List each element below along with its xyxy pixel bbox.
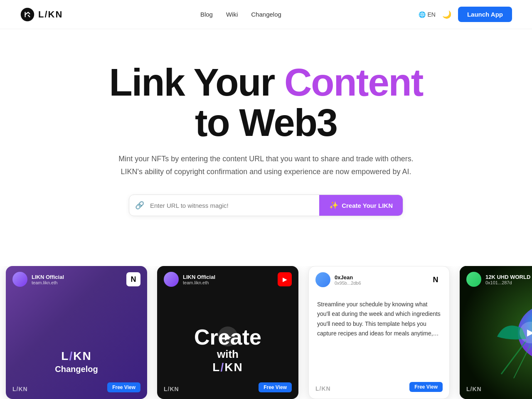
nav-blog[interactable]: Blog	[200, 11, 213, 18]
card-1-platform-icon: N	[126, 272, 140, 286]
card-3-user-info: 0xJean 0x95b...2db6	[335, 274, 361, 286]
hero-subtitle-line2: LIKN's ability of copyright confirmation…	[121, 167, 411, 176]
language-selector[interactable]: 🌐 EN	[419, 11, 435, 18]
card-1-content: L/KN Changelog	[6, 350, 147, 374]
card-3-platform-icon: N	[429, 273, 443, 287]
card-3-bottom-logo: L/KN	[315, 385, 331, 392]
card-1-user: LIKN Official team.likn.eth	[12, 272, 64, 287]
card-2-user: LIKN Official team.likn.eth	[164, 272, 215, 287]
url-bar: 🔗 ✨ Create Your LIKN	[129, 195, 403, 216]
card-1-badge[interactable]: Free View	[107, 382, 140, 392]
globe-icon: 🌐	[419, 11, 426, 18]
hero-title-part1: Link Your	[109, 61, 284, 103]
card-create[interactable]: LIKN Official team.likn.eth ▶ ▶ Create w…	[157, 266, 298, 399]
card-1-avatar	[12, 272, 27, 287]
card-2-content: Create with L/KN	[157, 326, 298, 374]
card-4-avatar	[466, 272, 481, 287]
card-changelog[interactable]: LIKN Official team.likn.eth N L/KN Chang…	[6, 266, 147, 399]
card-2-badge[interactable]: Free View	[259, 382, 292, 392]
card-4-handle: 0x101...287d	[485, 280, 530, 285]
card-3-name: 0xJean	[335, 274, 361, 281]
card-1-bottom-logo: L/KN	[12, 386, 28, 392]
sparkle-icon: ✨	[329, 201, 338, 210]
svg-point-0	[21, 7, 34, 21]
card-2-bottom-logo: L/KN	[164, 386, 179, 392]
card-bird-video[interactable]: 12K UHD WORLD 0x101...287d N ▶ L/KN Free…	[460, 266, 532, 399]
lang-label: EN	[427, 11, 435, 18]
card-2-create-text: Create	[157, 326, 298, 348]
card-3-handle: 0x95b...2db6	[335, 281, 361, 286]
hero-title-part2: to Web3	[195, 101, 337, 144]
card-2-user-info: LIKN Official team.likn.eth	[183, 274, 215, 285]
launch-app-button[interactable]: Launch App	[458, 7, 512, 22]
card-2-avatar	[164, 272, 179, 287]
logo-text: L/KN	[38, 9, 63, 20]
theme-toggle[interactable]: 🌙	[442, 10, 451, 19]
card-2-handle: team.likn.eth	[183, 280, 215, 285]
logo-icon	[20, 7, 35, 22]
card-3-header: 0xJean 0x95b...2db6 N	[309, 266, 449, 293]
card-1-logo: L/KN	[6, 350, 147, 363]
nav-links: Blog Wiki Changelog	[200, 11, 281, 18]
logo[interactable]: L/KN	[20, 7, 63, 22]
card-3-user: 0xJean 0x95b...2db6	[315, 272, 361, 287]
card-1-name: LIKN Official	[32, 274, 64, 280]
hero-title: Link Your Content to Web3	[17, 62, 515, 143]
card-4-bottom-logo: L/KN	[466, 386, 482, 392]
create-likn-button[interactable]: ✨ Create Your LIKN	[319, 195, 403, 216]
card-3-text: Streamline your schedule by knowing what…	[317, 300, 441, 338]
card-2-name: LIKN Official	[183, 274, 215, 280]
card-1-subtitle: Changelog	[6, 365, 147, 374]
card-2-logo: L/KN	[157, 361, 298, 374]
url-input[interactable]	[150, 196, 319, 215]
navbar: L/KN Blog Wiki Changelog 🌐 EN 🌙 Launch A…	[0, 0, 532, 29]
card-2-platform-icon: ▶	[278, 272, 292, 286]
link-icon: 🔗	[129, 201, 150, 210]
card-4-user: 12K UHD WORLD 0x101...287d	[466, 272, 530, 287]
hero-subtitle-line1: Mint your NFTs by entering the content U…	[118, 155, 414, 163]
card-2-with-text: with	[157, 348, 298, 361]
cta-btn-label: Create Your LIKN	[342, 202, 393, 209]
card-4-name: 12K UHD WORLD	[485, 274, 530, 280]
card-4-header: 12K UHD WORLD 0x101...287d N	[460, 266, 532, 293]
card-1-user-info: LIKN Official team.likn.eth	[32, 274, 64, 285]
card-2-header: LIKN Official team.likn.eth ▶	[157, 266, 298, 293]
hero-subtitle: Mint your NFTs by entering the content U…	[108, 153, 424, 178]
nav-changelog[interactable]: Changelog	[251, 11, 281, 18]
card-1-handle: team.likn.eth	[32, 280, 64, 285]
cards-strip: LIKN Official team.likn.eth N L/KN Chang…	[0, 266, 532, 399]
card-3-avatar	[315, 272, 330, 287]
nav-actions: 🌐 EN 🌙 Launch App	[419, 7, 512, 22]
card-4-user-info: 12K UHD WORLD 0x101...287d	[485, 274, 530, 285]
card-1-header: LIKN Official team.likn.eth N	[6, 266, 147, 293]
hero-section: Link Your Content to Web3 Mint your NFTs…	[0, 29, 532, 241]
hero-title-highlight: Content	[284, 61, 423, 103]
nav-wiki[interactable]: Wiki	[226, 11, 238, 18]
card-3-badge[interactable]: Free View	[409, 382, 443, 392]
card-recipe[interactable]: 0xJean 0x95b...2db6 N Streamline your sc…	[308, 266, 450, 399]
